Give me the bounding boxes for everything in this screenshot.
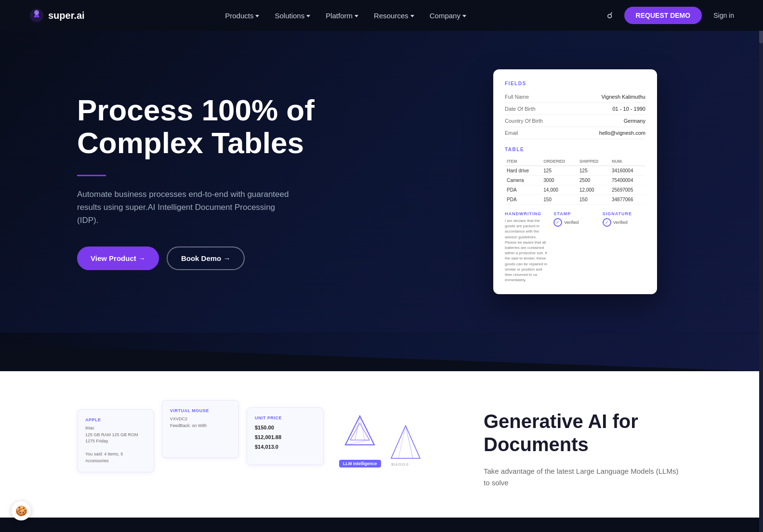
hero-divider [77, 175, 106, 176]
card-table: Item Ordered Shipped Num. Hard drive1251… [505, 157, 645, 205]
mini-card-unit-price: Unit Price $150.00$12,001.88$14,013.0 [247, 407, 324, 465]
mini-card-virtual-mouse-content: VXVDC2FeedBack: on With [170, 416, 231, 429]
hero-subtitle: Automate business processes end-to-end w… [77, 188, 299, 227]
stamp-title: STAMP [553, 211, 596, 216]
svg-line-9 [406, 426, 413, 458]
extra-chart-icon: $14,013.0 [389, 425, 422, 468]
svg-marker-2 [345, 416, 374, 445]
sign-in-button[interactable]: Sign in [713, 12, 734, 19]
nav-item-resources[interactable]: Resources [374, 12, 414, 20]
nav-right: ☌ REQUEST DEMO Sign in [607, 7, 734, 24]
llm-badge: LLM Intelligence [339, 460, 381, 467]
chart-extra: $14,013.0 [389, 425, 422, 470]
card-field-dob: Date Of Birth 01 - 10 - 1990 [505, 103, 645, 115]
table-header-num: Num. [610, 157, 645, 166]
mini-card-unit-price-content: $150.00$12,001.88$14,013.0 [255, 423, 316, 452]
diagonal-divider [0, 333, 763, 371]
chevron-down-icon [462, 15, 466, 17]
signature-verified: ✓ Verified [603, 218, 645, 227]
signature-verified-badge: ✓ [603, 218, 611, 227]
cookie-button[interactable]: 🍪 [12, 501, 31, 520]
signature-title: SIGNATURE [603, 211, 645, 216]
svg-line-5 [360, 416, 365, 440]
svg-marker-3 [350, 423, 369, 440]
signature-status: Verified [613, 220, 628, 225]
table-header-ordered: Ordered [541, 157, 578, 166]
generative-ai-subtitle: Take advantage of the latest Large Langu… [484, 466, 686, 489]
field-label-fullname: Full Name [505, 94, 529, 100]
generative-ai-section: Apple iMac125 GB RAM 125 GB ROM 1275 Fri… [0, 371, 763, 518]
mini-card-apple: Apple iMac125 GB RAM 125 GB ROM 1275 Fri… [77, 409, 154, 472]
svg-line-6 [345, 440, 369, 445]
search-icon[interactable]: ☌ [607, 10, 613, 21]
table-row: PDA15015034877066 [505, 195, 645, 205]
hero-title: Process 100% of Complex Tables [77, 94, 328, 159]
field-value-country: Germany [624, 118, 645, 124]
request-demo-button[interactable]: REQUEST DEMO [624, 7, 702, 24]
nav-item-solutions[interactable]: Solutions [275, 12, 310, 20]
card-table-section: TABLE Item Ordered Shipped Num. Hard dri… [505, 147, 645, 205]
chevron-down-icon [410, 15, 414, 17]
llm-card: LLM Intelligence [339, 414, 381, 467]
hero-buttons: View Product → Book Demo → [77, 247, 328, 270]
generative-ai-title: Generative AI for Documents [484, 410, 686, 456]
logo-text: super.ai [48, 10, 85, 21]
field-label-dob: Date Of Birth [505, 106, 536, 112]
hero-document-card: FIELDS Full Name Vignesh Kalimuthu Date … [493, 69, 657, 294]
chevron-down-icon [306, 15, 310, 17]
logo-icon [29, 8, 44, 23]
bottom-cards-container: Apple iMac125 GB RAM 125 GB ROM 1275 Fri… [77, 400, 455, 472]
field-value-email: hello@vignesh.com [599, 130, 645, 136]
generative-ai-text: Generative AI for Documents Take advanta… [484, 400, 686, 489]
card-field-fullname: Full Name Vignesh Kalimuthu [505, 91, 645, 103]
table-row: Hard drive12512534160004 [505, 166, 645, 176]
svg-text:$14,013.0: $14,013.0 [391, 462, 408, 467]
field-label-email: Email [505, 130, 518, 136]
nav-item-company[interactable]: Company [430, 12, 466, 20]
chevron-down-icon [355, 15, 358, 17]
chevron-down-icon [255, 15, 259, 17]
scrollbar[interactable] [759, 0, 763, 532]
nav-links: Products Solutions Platform Resources Co… [225, 12, 466, 20]
svg-line-8 [398, 426, 406, 458]
card-bottom: HANDWRITING I am declare that the goods … [505, 211, 645, 283]
book-demo-button[interactable]: Book Demo → [167, 247, 245, 270]
card-fields-title: FIELDS [505, 81, 645, 86]
hero-left: Process 100% of Complex Tables Automate … [77, 94, 328, 270]
stamp-verified: ✓ Verified [553, 218, 596, 227]
stamp-verified-badge: ✓ [553, 218, 562, 227]
card-stamp-section: STAMP ✓ Verified [553, 211, 596, 283]
view-product-button[interactable]: View Product → [77, 247, 159, 270]
field-value-dob: 01 - 10 - 1990 [613, 106, 646, 112]
hero-section: Process 100% of Complex Tables Automate … [0, 31, 763, 333]
handwriting-text: I am declare that the goods are packed i… [505, 218, 548, 283]
stamp-status: Verified [564, 220, 579, 225]
table-header-item: Item [505, 157, 541, 166]
card-field-country: Country Of Birth Germany [505, 115, 645, 127]
svg-marker-7 [391, 426, 420, 458]
table-header-shipped: Shipped [578, 157, 610, 166]
card-field-email: Email hello@vignesh.com [505, 127, 645, 139]
card-fields-section: FIELDS Full Name Vignesh Kalimuthu Date … [505, 81, 645, 139]
table-row: PDA14,00012,00025697005 [505, 185, 645, 195]
mini-card-apple-content: iMac125 GB RAM 125 GB ROM 1275 Friday Yo… [85, 425, 146, 464]
table-row: Camera3000250075400004 [505, 176, 645, 185]
llm-chart-icon [341, 414, 379, 452]
card-handwriting-section: HANDWRITING I am declare that the goods … [505, 211, 548, 283]
nav-item-products[interactable]: Products [225, 12, 259, 20]
nav-item-platform[interactable]: Platform [326, 12, 358, 20]
card-table-title: TABLE [505, 147, 645, 152]
handwriting-title: HANDWRITING [505, 211, 548, 216]
logo[interactable]: super.ai [29, 8, 85, 23]
navigation: super.ai Products Solutions Platform Res… [0, 0, 763, 31]
svg-line-4 [355, 416, 360, 440]
mini-card-virtual-mouse: Virtual Mouse VXVDC2FeedBack: on With [162, 400, 239, 458]
card-signature-section: SIGNATURE ✓ Verified [603, 211, 645, 283]
field-label-country: Country Of Birth [505, 118, 543, 124]
svg-point-1 [34, 10, 39, 15]
field-value-fullname: Vignesh Kalimuthu [601, 94, 645, 100]
